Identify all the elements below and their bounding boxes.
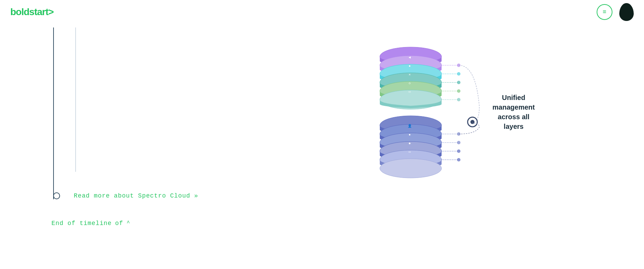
svg-point-30 [457, 98, 460, 101]
logo-text: boldstart [10, 7, 48, 17]
svg-text:●: ● [409, 133, 411, 137]
svg-point-16 [380, 159, 442, 178]
logo-accent: > [48, 7, 54, 17]
svg-text:◀: ◀ [409, 56, 411, 59]
svg-text:▭: ▭ [409, 150, 411, 154]
timeline-dot [53, 192, 60, 199]
of-text: of [115, 220, 123, 227]
end-of-timeline-text: End of timeline [51, 220, 112, 227]
svg-point-24 [457, 72, 460, 76]
menu-button[interactable]: ≡ [597, 4, 612, 20]
svg-point-36 [457, 141, 460, 144]
logo[interactable]: boldstart> [10, 7, 54, 18]
svg-text:▭: ▭ [409, 90, 411, 94]
svg-point-38 [457, 149, 460, 153]
svg-text:◇: ◇ [409, 81, 411, 85]
svg-point-32 [470, 120, 475, 124]
menu-icon: ≡ [603, 9, 607, 15]
read-more-link[interactable]: Read more about Spectro Cloud » [74, 192, 198, 199]
timeline-container: Read more about Spectro Cloud » [0, 27, 644, 227]
svg-text:👤: 👤 [408, 124, 412, 128]
svg-text:●: ● [409, 64, 411, 68]
read-more-section: Read more about Spectro Cloud » [51, 192, 198, 199]
main-content: Read more about Spectro Cloud » [0, 0, 644, 227]
svg-text:✕: ✕ [409, 73, 411, 77]
end-of-timeline[interactable]: End of timeline of ^ [51, 220, 130, 227]
header-right: ≡ [597, 3, 634, 21]
svg-point-28 [457, 89, 460, 93]
stack-visualization: ◀ ● ✕ ◇ ▭ [370, 38, 541, 192]
svg-point-40 [457, 158, 460, 161]
chevron-up-icon: ^ [127, 220, 130, 226]
svg-text:◆: ◆ [409, 142, 411, 145]
header: boldstart> ≡ [0, 0, 644, 24]
avatar[interactable] [619, 3, 634, 21]
svg-point-26 [457, 81, 460, 84]
unified-management-label: Unified management across all layers [486, 93, 541, 131]
timeline-body: Read more about Spectro Cloud » [51, 27, 644, 227]
